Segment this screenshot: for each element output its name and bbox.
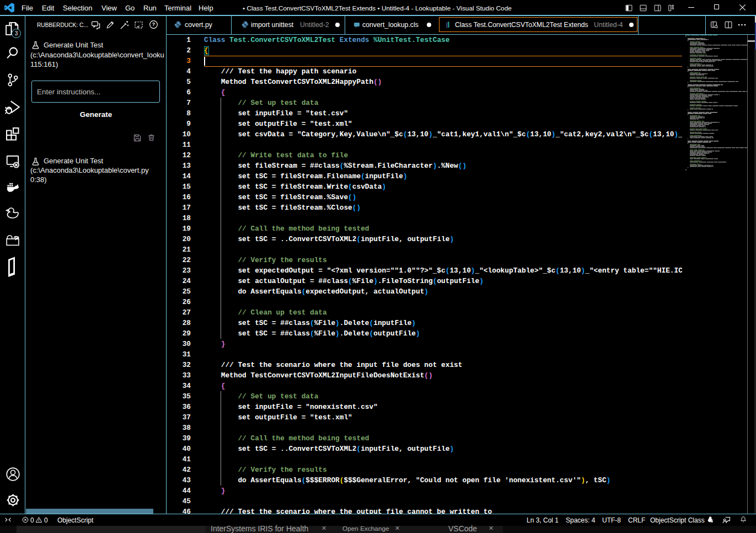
svg-text:?: ?	[152, 22, 155, 27]
